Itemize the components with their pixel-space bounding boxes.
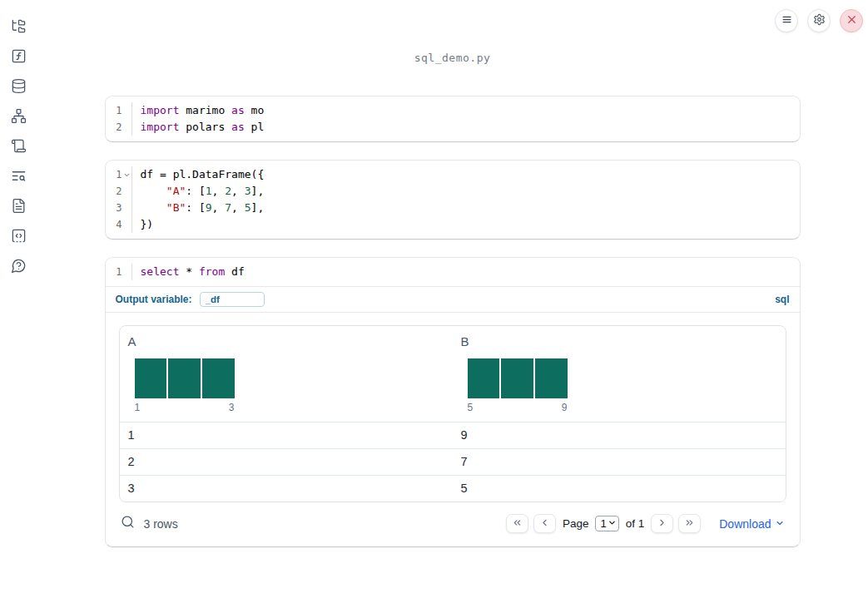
function-square-icon [11, 48, 27, 67]
row-count: 3 rows [144, 517, 178, 531]
column-histogram: 1 3 [135, 358, 235, 413]
page-select[interactable]: 1 [595, 516, 618, 531]
close-icon [846, 13, 858, 28]
notebook: sql_demo.py 1import marimo as mo2import … [37, 52, 868, 547]
search-icon[interactable] [121, 515, 135, 532]
sql-cell-footer: Output variable: sql [106, 286, 800, 312]
page-of-label: of 1 [626, 517, 645, 530]
settings-button[interactable] [807, 9, 831, 32]
notebook-filename: sql_demo.py [105, 52, 801, 64]
code-line[interactable]: 2import polars as pl [106, 119, 800, 136]
histogram-bar [202, 358, 235, 398]
code-line[interactable]: 1select * from df [106, 264, 800, 280]
close-button[interactable] [840, 9, 863, 32]
code-line[interactable]: 1df = pl.DataFrame({ [106, 166, 800, 183]
histogram-bar [168, 358, 201, 398]
file-text-icon [11, 198, 27, 216]
column-header-a[interactable]: A 1 3 [120, 326, 453, 422]
output-variable-label: Output variable: [116, 294, 192, 305]
sidebar-item-documentation[interactable] [0, 162, 37, 192]
histogram-bar [501, 358, 533, 398]
gear-icon [813, 13, 826, 28]
code-editor[interactable]: 1select * from df [106, 258, 800, 286]
folder-tree-icon [11, 18, 27, 37]
table-body: 192735 [120, 422, 786, 502]
hist-min-label: 5 [468, 402, 474, 413]
histogram-bar [135, 358, 167, 398]
table-footer: 3 rows Page 1 of 1 D [119, 502, 786, 535]
table-row: 19 [120, 422, 786, 448]
menu-button[interactable] [775, 9, 798, 32]
code-editor[interactable]: 1df = pl.DataFrame({2 "A": [1, 2, 3],3 "… [106, 161, 800, 239]
chevron-right-icon [657, 517, 667, 531]
code-line[interactable]: 3 "B": [9, 7, 5], [106, 200, 800, 216]
table-cell: 5 [453, 476, 786, 502]
chevron-down-icon [608, 517, 617, 530]
help-bubble-icon [11, 258, 27, 276]
table-cell: 1 [120, 423, 453, 448]
sidebar-item-variables[interactable] [0, 42, 37, 72]
cell-output: A 1 3 B [106, 312, 800, 546]
chevron-down-icon [775, 517, 785, 531]
cell-imports: 1import marimo as mo2import polars as pl [105, 96, 801, 142]
dataframe-table: A 1 3 B [119, 325, 786, 502]
first-page-button[interactable] [506, 514, 528, 533]
sidebar-item-help[interactable] [0, 252, 37, 282]
code-line[interactable]: 4}) [106, 216, 800, 233]
column-header-b[interactable]: B 5 9 [453, 326, 786, 422]
sidebar-item-data-sources[interactable] [0, 72, 37, 102]
page-label: Page [563, 517, 589, 530]
text-search-icon [11, 168, 27, 186]
database-icon [11, 78, 27, 96]
sidebar-item-file-explorer[interactable] [0, 12, 37, 42]
previous-page-button[interactable] [533, 514, 556, 533]
chevrons-left-icon [512, 517, 523, 531]
code-line[interactable]: 2 "A": [1, 2, 3], [106, 183, 800, 200]
output-variable-input[interactable] [200, 292, 265, 307]
sidebar-item-snippets[interactable] [0, 222, 37, 252]
sidebar-item-scratchpad[interactable] [0, 192, 37, 222]
fold-chevron-icon[interactable] [122, 166, 131, 183]
download-label: Download [719, 517, 771, 531]
next-page-button[interactable] [651, 514, 673, 533]
chevrons-right-icon [684, 517, 695, 531]
menu-icon [781, 13, 793, 28]
column-title: A [128, 334, 444, 348]
chevron-left-icon [539, 517, 550, 531]
table-cell: 9 [453, 423, 786, 448]
table-row: 35 [120, 475, 786, 502]
network-icon [11, 108, 27, 126]
hist-max-label: 9 [562, 402, 568, 413]
last-page-button[interactable] [678, 514, 701, 533]
sidebar [0, 0, 37, 282]
column-title: B [461, 334, 777, 348]
scroll-icon [11, 138, 27, 156]
table-cell: 2 [120, 449, 453, 475]
download-button[interactable]: Download [719, 517, 784, 531]
column-histogram: 5 9 [468, 358, 568, 413]
table-row: 27 [120, 448, 786, 475]
table-cell: 7 [453, 449, 786, 475]
table-header: A 1 3 B [120, 326, 786, 422]
cell-dataframe: 1df = pl.DataFrame({2 "A": [1, 2, 3],3 "… [105, 160, 801, 240]
code-square-icon [11, 228, 27, 246]
cell-sql: 1select * from df Output variable: sql A [105, 257, 801, 547]
code-editor[interactable]: 1import marimo as mo2import polars as pl [106, 96, 800, 141]
table-cell: 3 [120, 476, 453, 502]
sidebar-item-dependency-graph[interactable] [0, 102, 37, 132]
top-actions [775, 9, 863, 32]
code-line[interactable]: 1import marimo as mo [106, 102, 800, 119]
sidebar-item-logs[interactable] [0, 132, 37, 162]
histogram-bar [535, 358, 568, 398]
histogram-bar [468, 358, 500, 398]
hist-max-label: 3 [229, 402, 235, 413]
hist-min-label: 1 [135, 402, 141, 413]
language-badge: sql [775, 294, 789, 305]
page-select-value: 1 [600, 517, 606, 530]
